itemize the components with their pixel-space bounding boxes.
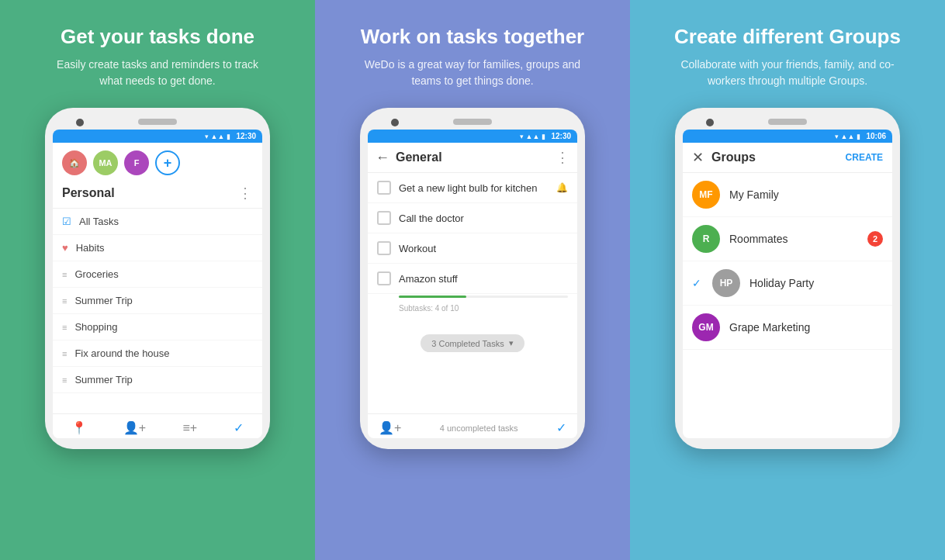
avatar-add[interactable]: + (155, 150, 180, 175)
heart-icon: ♥ (62, 242, 68, 254)
group-avatar-r: R (692, 225, 720, 253)
list-title: Personal (62, 186, 115, 200)
list-item-text: Fix around the house (74, 347, 169, 359)
panel-3-title: Create different Groups (674, 25, 901, 49)
avatar-row: 🏠 MA F + (53, 143, 262, 181)
uncompleted-label: 4 uncompleted tasks (440, 423, 518, 433)
phone-1-bottom-bar: 📍 👤+ ≡+ ✓ (53, 413, 262, 438)
list-item-summer-trip-2[interactable]: ≡ Summer Trip (53, 367, 262, 393)
group-my-family[interactable]: MF My Family (683, 173, 892, 217)
task-checkbox[interactable] (377, 241, 391, 255)
list-item-summer-trip[interactable]: ≡ Summer Trip (53, 288, 262, 314)
subtask-bar: Subtasks: 4 of 10 (368, 294, 577, 320)
group-name: My Family (729, 188, 883, 201)
avatar-f[interactable]: F (124, 150, 149, 175)
group-avatar-gm: GM (692, 313, 720, 341)
list-item-text: Habits (76, 242, 105, 254)
group-roommates[interactable]: R Roommates 2 (683, 217, 892, 261)
group-holiday-party[interactable]: ✓ HP Holiday Party (683, 261, 892, 306)
task-amazon[interactable]: Amazon stuff (368, 264, 577, 294)
task-checkbox[interactable] (377, 211, 391, 225)
more-menu[interactable]: ⋮ (238, 185, 253, 202)
phone-3-top (683, 119, 892, 125)
list-header: Personal ⋮ (53, 181, 262, 209)
status-bar-2: ▾ ▲▲ ▮ 12:30 (368, 130, 577, 143)
group-name: Holiday Party (749, 277, 883, 289)
subtask-progress-track (399, 296, 568, 298)
group-avatar-mf: MF (692, 181, 720, 209)
list-icon: ≡ (62, 349, 67, 358)
list-item-all-tasks[interactable]: ☑ All Tasks (53, 209, 262, 235)
list-item-text: Groceries (74, 268, 118, 280)
speaker (138, 119, 177, 125)
bell-icon: 🔔 (556, 182, 568, 193)
list-item-text: All Tasks (79, 216, 119, 227)
back-button[interactable]: ← (376, 150, 389, 166)
add-list-icon[interactable]: ≡+ (182, 421, 197, 435)
phone-1: ▾ ▲▲ ▮ 12:30 🏠 MA F + Personal ⋮ ☑ All T… (45, 108, 270, 449)
group-grape-marketing[interactable]: GM Grape Marketing (683, 306, 892, 350)
list-item-groceries[interactable]: ≡ Groceries (53, 261, 262, 288)
task-text: Call the doctor (399, 213, 568, 224)
nav-title-2: General (396, 150, 556, 164)
task-text: Amazon stuff (399, 273, 568, 285)
phone-2-bottom: 👤+ 4 uncompleted tasks ✓ (368, 413, 577, 438)
battery-icon-3: ▮ (857, 133, 860, 140)
panel-2-subtitle: WeDo is a great way for families, groups… (364, 57, 581, 89)
task-text: Workout (399, 243, 568, 254)
checkmark-icon[interactable]: ✓ (234, 420, 244, 435)
groups-bar: ✕ Groups CREATE (683, 143, 892, 173)
location-icon[interactable]: 📍 (71, 420, 87, 435)
task-checkbox[interactable] (377, 271, 391, 285)
list-icon: ≡ (62, 270, 67, 279)
task-doctor[interactable]: Call the doctor (368, 203, 577, 233)
status-time-2: 12:30 (551, 132, 571, 140)
list-item-habits[interactable]: ♥ Habits (53, 235, 262, 261)
subtask-progress-fill (399, 296, 466, 298)
groups-title: Groups (711, 150, 846, 164)
nav-bar-2: ← General ⋮ (368, 143, 577, 173)
group-badge: 2 (867, 231, 883, 247)
wifi-icon-3: ▾ (835, 133, 839, 140)
checkmark-icon-2[interactable]: ✓ (556, 420, 566, 435)
signal-icon-2: ▲▲ (526, 133, 540, 140)
task-light-bulb[interactable]: Get a new light bulb for kitchen 🔔 (368, 173, 577, 203)
panel-work-together: Work on tasks together WeDo is a great w… (315, 0, 630, 560)
status-time-3: 10:06 (866, 132, 886, 140)
wifi-icon: ▾ (205, 133, 209, 140)
camera-icon-2 (391, 119, 399, 126)
panel-2-title: Work on tasks together (361, 25, 584, 49)
group-name: Roommates (729, 233, 858, 245)
signal-icon: ▲▲ (211, 133, 225, 140)
completed-tasks-button[interactable]: 3 Completed Tasks ▾ (421, 334, 524, 352)
close-button[interactable]: ✕ (692, 149, 704, 166)
list-icon: ≡ (62, 375, 67, 385)
battery-icon-2: ▮ (542, 133, 545, 140)
phone-1-screen: ▾ ▲▲ ▮ 12:30 🏠 MA F + Personal ⋮ ☑ All T… (53, 130, 262, 438)
status-bar-3: ▾ ▲▲ ▮ 10:06 (683, 130, 892, 143)
list-icon: ≡ (62, 296, 67, 306)
phone-3-screen: ▾ ▲▲ ▮ 10:06 ✕ Groups CREATE MF My Famil… (683, 130, 892, 438)
list-item-text: Summer Trip (74, 295, 132, 306)
phone-1-top (53, 119, 262, 125)
more-button-2[interactable]: ⋮ (556, 149, 569, 166)
list-item-shopping[interactable]: ≡ Shopping (53, 314, 262, 340)
task-checkbox[interactable] (377, 181, 391, 195)
check-icon: ☑ (62, 216, 71, 227)
create-button[interactable]: CREATE (846, 152, 883, 163)
avatar-ma[interactable]: MA (93, 150, 118, 175)
list-item-fix[interactable]: ≡ Fix around the house (53, 340, 262, 367)
add-person-icon[interactable]: 👤+ (123, 420, 146, 435)
task-text: Get a new light bulb for kitchen (399, 182, 549, 194)
add-person-icon-2[interactable]: 👤+ (379, 420, 401, 435)
group-avatar-hp: HP (712, 269, 740, 297)
speaker-3 (768, 119, 807, 125)
status-bar-1: ▾ ▲▲ ▮ 12:30 (53, 130, 262, 143)
completed-tasks-label: 3 Completed Tasks (431, 339, 504, 348)
list-icon: ≡ (62, 323, 67, 332)
avatar-home[interactable]: 🏠 (62, 150, 87, 175)
panel-3-subtitle: Collaborate with your friends, family, a… (679, 57, 896, 89)
camera-icon (76, 119, 84, 126)
task-workout[interactable]: Workout (368, 233, 577, 264)
camera-icon-3 (706, 119, 714, 126)
